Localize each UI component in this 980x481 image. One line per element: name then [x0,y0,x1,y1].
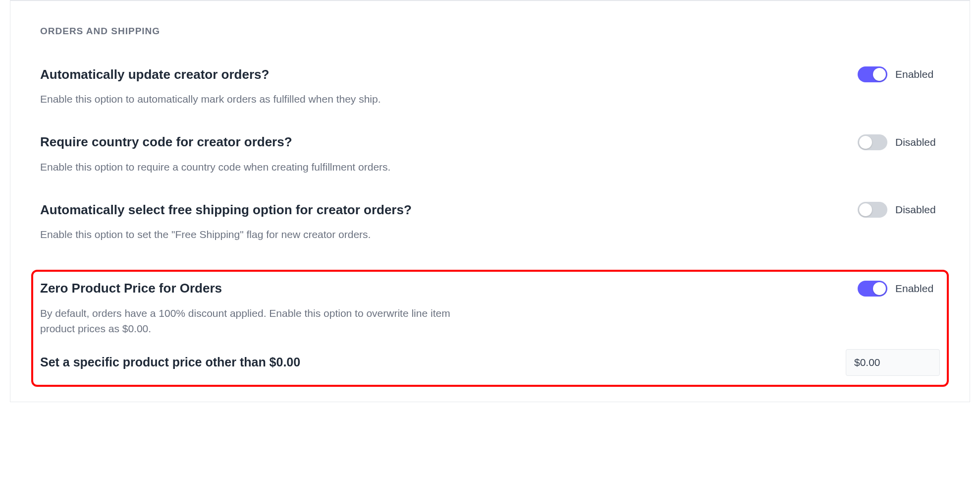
toggle-group: Enabled [858,66,940,82]
toggle-auto-update[interactable] [858,66,887,82]
toggle-knob [873,282,886,295]
setting-auto-update-orders: Automatically update creator orders? Ena… [40,66,940,107]
setting-description: Enable this option to automatically mark… [40,91,486,107]
setting-description: Enable this option to require a country … [40,159,486,175]
setting-free-shipping: Automatically select free shipping optio… [40,202,940,242]
toggle-status-label: Enabled [895,68,940,80]
setting-title: Automatically update creator orders? [40,67,269,82]
toggle-group: Enabled [858,281,940,297]
toggle-status-label: Enabled [895,283,940,295]
setting-title: Automatically select free shipping optio… [40,202,412,218]
highlighted-section: Zero Product Price for Orders Enabled By… [31,270,949,387]
toggle-zero-price[interactable] [858,281,887,297]
price-override-input[interactable] [846,349,940,376]
toggle-country-code[interactable] [858,134,887,150]
toggle-status-label: Disabled [895,204,940,216]
setting-specific-price: Set a specific product price other than … [40,349,940,376]
setting-description: Enable this option to set the "Free Ship… [40,227,486,242]
toggle-knob [859,203,872,216]
setting-description: By default, orders have a 100% discount … [40,305,486,337]
setting-zero-price: Zero Product Price for Orders Enabled By… [40,281,940,337]
setting-title: Require country code for creator orders? [40,134,292,150]
toggle-group: Disabled [858,134,940,150]
toggle-group: Disabled [858,202,940,218]
setting-require-country-code: Require country code for creator orders?… [40,134,940,175]
setting-title: Zero Product Price for Orders [40,281,222,296]
section-header: ORDERS AND SHIPPING [40,26,940,37]
toggle-free-shipping[interactable] [858,202,887,218]
toggle-knob [859,136,872,149]
settings-container: ORDERS AND SHIPPING Automatically update… [10,0,970,402]
toggle-status-label: Disabled [895,136,940,148]
toggle-knob [873,68,886,81]
price-override-label: Set a specific product price other than … [40,355,300,369]
